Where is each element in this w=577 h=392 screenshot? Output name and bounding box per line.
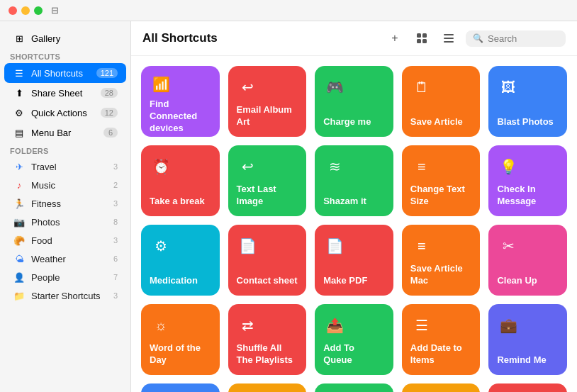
sidebar-toggle-icon[interactable]: ⊟ xyxy=(51,5,59,16)
card-label-add-date-items: Add Date to Items xyxy=(410,342,472,366)
add-button[interactable]: + xyxy=(385,28,405,48)
card-icon-blast-photos: 🖼 xyxy=(497,76,520,99)
card-icon-find-connected: 📶 xyxy=(150,76,172,93)
all-shortcuts-icon: ☰ xyxy=(13,67,26,79)
card-label-clean-up: Clean Up xyxy=(497,275,559,287)
card-word-of-day[interactable]: ☼ Word of the Day xyxy=(141,304,220,375)
minimize-button[interactable] xyxy=(21,6,30,15)
close-button[interactable] xyxy=(9,6,17,15)
card-icon-medication: ⚙ xyxy=(150,235,172,257)
card-save-article-mac[interactable]: ≡ Save Article Mac xyxy=(402,225,481,296)
music-label: Music xyxy=(31,180,113,191)
gallery-item[interactable]: ⊞ Gallery xyxy=(4,28,126,48)
card-label-add-to-queue: Add To Queue xyxy=(323,342,385,366)
card-label-charge-me: Charge me xyxy=(323,116,385,128)
folder-item-photos[interactable]: 📷 Photos 8 xyxy=(4,213,126,231)
folder-item-weather[interactable]: 🌤 Weather 6 xyxy=(4,250,126,268)
card-make-pdf[interactable]: 📄 Make PDF xyxy=(315,225,393,296)
card-charge-me[interactable]: 🎮 Charge me xyxy=(315,66,393,137)
window-header: ⊟ xyxy=(0,0,577,21)
card-email-album[interactable]: ↩ Email Album Art xyxy=(228,66,307,137)
all-shortcuts-badge: 121 xyxy=(96,68,118,78)
card-check-in-message[interactable]: 💡 Check In Message xyxy=(488,145,567,216)
svg-rect-2 xyxy=(417,39,421,43)
search-icon: 🔍 xyxy=(473,33,483,43)
music-icon: ♪ xyxy=(13,179,26,191)
maximize-button[interactable] xyxy=(34,6,43,15)
card-label-check-in-message: Check In Message xyxy=(497,184,559,208)
search-box[interactable]: 🔍 xyxy=(466,30,566,47)
folder-item-people[interactable]: 👤 People 7 xyxy=(4,268,126,286)
card-label-find-connected: Find Connected devices xyxy=(150,99,211,135)
fitness-label: Fitness xyxy=(31,198,113,209)
grid-view-button[interactable] xyxy=(412,28,432,48)
card-label-contact-sheet: Contact sheet xyxy=(237,275,298,287)
card-shuffle-playlists[interactable]: ⇄ Shuffle All The Playlists xyxy=(228,304,307,375)
card-clean-up[interactable]: ✂ Clean Up xyxy=(488,225,567,296)
sidebar-item-quick-actions[interactable]: ⚙ Quick Actions 12 xyxy=(4,103,126,123)
weather-label: Weather xyxy=(31,254,113,264)
svg-rect-6 xyxy=(444,41,454,43)
main-content: All Shortcuts + xyxy=(131,21,577,392)
card-change-text-size[interactable]: ≡ Change Text Size xyxy=(402,145,481,216)
card-icon-save-article-mac: ≡ xyxy=(410,235,433,257)
card-add-date-items[interactable]: ☰ Add Date to Items xyxy=(402,304,481,375)
svg-rect-0 xyxy=(417,33,421,38)
card-text-last-image[interactable]: ↩ Text Last Image xyxy=(228,145,307,216)
quick-actions-icon: ⚙ xyxy=(13,106,26,119)
card-sort-lines[interactable]: 📄 Sort Lines xyxy=(315,383,393,392)
card-blast-photos[interactable]: 🖼 Blast Photos xyxy=(488,66,567,137)
card-take-break[interactable]: ⏰ Take a break xyxy=(141,145,220,216)
card-add-to-queue[interactable]: 📤 Add To Queue xyxy=(315,304,393,375)
card-remind-me[interactable]: 💼 Remind Me xyxy=(488,304,567,375)
svg-rect-3 xyxy=(422,39,427,43)
card-shazam-it[interactable]: ≋ Shazam it xyxy=(315,145,393,216)
menu-bar-label: Menu Bar xyxy=(31,128,103,138)
card-label-word-of-day: Word of the Day xyxy=(150,342,211,366)
card-icon-charge-me: 🎮 xyxy=(323,76,346,99)
card-calculate-tip[interactable]: $ Calculate Tip xyxy=(488,383,567,392)
list-view-button[interactable] xyxy=(439,28,459,48)
food-label: Food xyxy=(31,235,113,246)
search-input[interactable] xyxy=(488,33,559,44)
card-label-make-pdf: Make PDF xyxy=(323,275,385,287)
card-label-save-article: Save Article xyxy=(410,116,472,128)
menu-bar-badge: 6 xyxy=(103,128,118,138)
gallery-label: Gallery xyxy=(31,33,118,44)
folder-item-starter[interactable]: 📁 Starter Shortcuts 3 xyxy=(4,286,126,305)
folder-item-music[interactable]: ♪ Music 2 xyxy=(4,176,126,194)
card-icon-make-pdf: 📄 xyxy=(323,235,346,257)
card-contact-sheet[interactable]: 📄 Contact sheet xyxy=(228,225,307,296)
starter-icon: 📁 xyxy=(13,289,26,302)
card-label-shuffle-playlists: Shuffle All The Playlists xyxy=(237,342,298,366)
photos-count: 8 xyxy=(113,218,118,226)
card-icon-word-of-day: ☼ xyxy=(150,314,172,337)
card-gas-on-street[interactable]: 📍 Gas On This Street xyxy=(228,383,307,392)
card-icon-check-in-message: 💡 xyxy=(497,155,520,178)
folder-item-food[interactable]: 🥐 Food 3 xyxy=(4,231,126,250)
card-label-take-break: Take a break xyxy=(150,196,211,208)
card-find-connected[interactable]: 📶 Find Connected devices xyxy=(141,66,220,137)
folder-item-travel[interactable]: ✈ Travel 3 xyxy=(4,157,126,176)
sidebar-item-all-shortcuts[interactable]: ☰ All Shortcuts 121 xyxy=(4,63,126,83)
card-save-article[interactable]: 🗒 Save Article xyxy=(402,66,481,137)
folder-item-fitness[interactable]: 🏃 Fitness 3 xyxy=(4,194,126,213)
card-label-remind-me: Remind Me xyxy=(497,354,559,366)
card-icon-clean-up: ✂ xyxy=(497,235,520,257)
card-how-many-days[interactable]: 📅 How Many Days Until xyxy=(402,383,481,392)
sidebar-item-share-sheet[interactable]: ⬆ Share Sheet 28 xyxy=(4,83,126,103)
weather-icon: 🌤 xyxy=(13,252,26,265)
card-icon-text-last-image: ↩ xyxy=(237,155,259,178)
all-shortcuts-label: All Shortcuts xyxy=(31,68,96,79)
sidebar-item-menu-bar[interactable]: ▤ Menu Bar 6 xyxy=(4,123,126,142)
weather-count: 6 xyxy=(113,254,118,263)
music-count: 2 xyxy=(113,181,118,189)
card-email-myself[interactable]: ✉ Email Myself xyxy=(141,383,220,392)
card-medication[interactable]: ⚙ Medication xyxy=(141,225,220,296)
card-icon-save-article: 🗒 xyxy=(410,76,433,99)
folders-section-label: Folders xyxy=(0,142,130,157)
card-label-medication: Medication xyxy=(150,275,211,287)
shortcuts-section-label: Shortcuts xyxy=(0,48,130,63)
share-sheet-icon: ⬆ xyxy=(13,86,26,99)
card-icon-shuffle-playlists: ⇄ xyxy=(237,314,259,337)
